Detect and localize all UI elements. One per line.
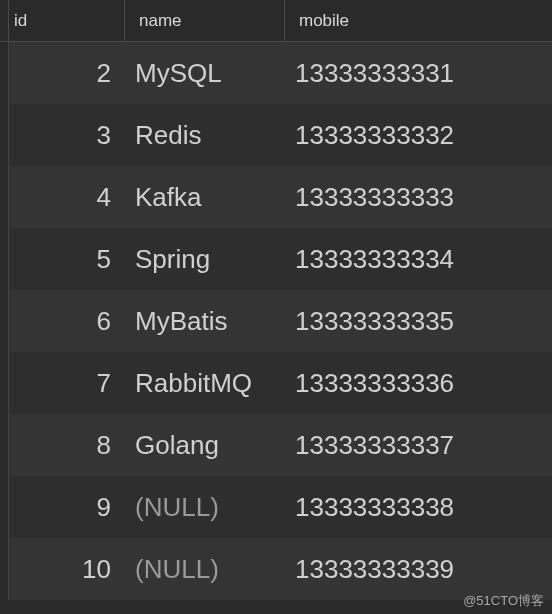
column-header-mobile[interactable]: mobile: [285, 0, 552, 41]
cell-name: (NULL): [125, 476, 285, 538]
cell-name: MySQL: [125, 42, 285, 104]
column-header-name[interactable]: name: [125, 0, 285, 41]
table-body: 2MySQL133333333313Redis133333333324Kafka…: [0, 42, 552, 600]
table-row[interactable]: 5Spring13333333334: [0, 228, 552, 290]
table-row[interactable]: 9(NULL)13333333338: [0, 476, 552, 538]
table-row[interactable]: 10(NULL)13333333339: [0, 538, 552, 600]
cell-name: Spring: [125, 228, 285, 290]
cell-id: 10: [0, 538, 125, 600]
cell-id: 9: [0, 476, 125, 538]
cell-id: 5: [0, 228, 125, 290]
results-table: id name mobile 2MySQL133333333313Redis13…: [0, 0, 552, 600]
column-header-id[interactable]: id: [0, 0, 125, 41]
table-row[interactable]: 4Kafka13333333333: [0, 166, 552, 228]
cell-id: 8: [0, 414, 125, 476]
table-row[interactable]: 7RabbitMQ13333333336: [0, 352, 552, 414]
cell-mobile: 13333333331: [285, 42, 552, 104]
cell-name: RabbitMQ: [125, 352, 285, 414]
cell-mobile: 13333333339: [285, 538, 552, 600]
cell-name: Kafka: [125, 166, 285, 228]
cell-mobile: 13333333338: [285, 476, 552, 538]
cell-name: MyBatis: [125, 290, 285, 352]
table-row[interactable]: 6MyBatis13333333335: [0, 290, 552, 352]
cell-name: Redis: [125, 104, 285, 166]
cell-mobile: 13333333335: [285, 290, 552, 352]
cell-name: (NULL): [125, 538, 285, 600]
cell-id: 6: [0, 290, 125, 352]
cell-mobile: 13333333337: [285, 414, 552, 476]
table-row[interactable]: 3Redis13333333332: [0, 104, 552, 166]
table-header: id name mobile: [0, 0, 552, 42]
cell-id: 3: [0, 104, 125, 166]
cell-mobile: 13333333332: [285, 104, 552, 166]
watermark: @51CTO博客: [463, 592, 544, 610]
cell-id: 4: [0, 166, 125, 228]
cell-id: 7: [0, 352, 125, 414]
cell-id: 2: [0, 42, 125, 104]
cell-mobile: 13333333334: [285, 228, 552, 290]
table-row[interactable]: 8Golang13333333337: [0, 414, 552, 476]
cell-name: Golang: [125, 414, 285, 476]
table-row[interactable]: 2MySQL13333333331: [0, 42, 552, 104]
cell-mobile: 13333333336: [285, 352, 552, 414]
cell-mobile: 13333333333: [285, 166, 552, 228]
